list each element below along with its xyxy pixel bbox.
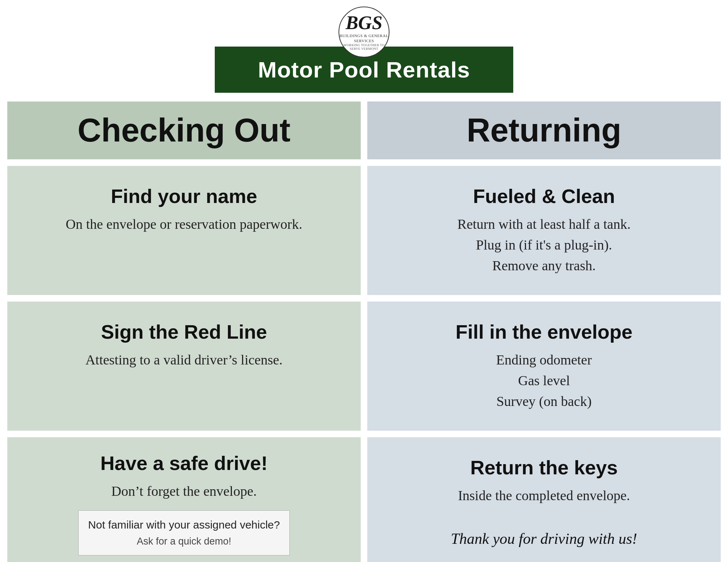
- fueled-clean-title: Fueled & Clean: [389, 185, 699, 207]
- find-your-name-card: Find your name On the envelope or reserv…: [7, 166, 361, 295]
- logo-tagline: WORKING TOGETHER TO SERVE VERMONT: [339, 43, 389, 51]
- returning-header: Returning: [367, 101, 721, 159]
- thank-you-text: Thank you for driving with us!: [451, 530, 637, 547]
- tooltip-box: Not familiar with your assigned vehicle?…: [78, 510, 290, 555]
- safe-drive-body: Don’t forget the envelope.: [29, 481, 339, 502]
- return-keys-body: Inside the completed envelope.: [458, 485, 630, 506]
- find-your-name-body: On the envelope or reservation paperwork…: [29, 214, 339, 235]
- return-keys-content: Return the keys Inside the completed env…: [458, 456, 630, 506]
- tooltip-action: Ask for a quick demo!: [88, 535, 280, 549]
- sign-red-line-title: Sign the Red Line: [29, 320, 339, 343]
- page-title: Motor Pool Rentals: [229, 57, 499, 83]
- sign-red-line-card: Sign the Red Line Attesting to a valid d…: [7, 302, 361, 431]
- fill-envelope-body: Ending odometerGas levelSurvey (on back): [389, 350, 699, 412]
- sign-red-line-body: Attesting to a valid driver’s license.: [29, 350, 339, 370]
- return-keys-card: Return the keys Inside the completed env…: [367, 437, 721, 562]
- logo-bgs-text: BGS: [345, 13, 382, 32]
- returning-title: Returning: [378, 112, 710, 149]
- safe-drive-title: Have a safe drive!: [29, 452, 339, 474]
- checking-out-header: Checking Out: [7, 101, 361, 159]
- tooltip-title: Not familiar with your assigned vehicle?: [88, 517, 280, 533]
- safe-drive-card: Have a safe drive! Don’t forget the enve…: [7, 437, 361, 562]
- find-your-name-title: Find your name: [29, 185, 339, 207]
- main-content: Checking Out Returning Find your name On…: [7, 101, 721, 562]
- fueled-clean-card: Fueled & Clean Return with at least half…: [367, 166, 721, 295]
- fill-envelope-card: Fill in the envelope Ending odometerGas …: [367, 302, 721, 431]
- checking-out-title: Checking Out: [18, 112, 350, 149]
- logo: BGS BUILDINGS & GENERAL SERVICES WORKING…: [339, 7, 389, 57]
- fueled-clean-body: Return with at least half a tank.Plug in…: [389, 214, 699, 276]
- return-keys-title: Return the keys: [458, 456, 630, 479]
- header: BGS BUILDINGS & GENERAL SERVICES WORKING…: [0, 0, 728, 93]
- logo-subtitle: BUILDINGS & GENERAL SERVICES: [339, 33, 389, 44]
- fill-envelope-title: Fill in the envelope: [389, 320, 699, 343]
